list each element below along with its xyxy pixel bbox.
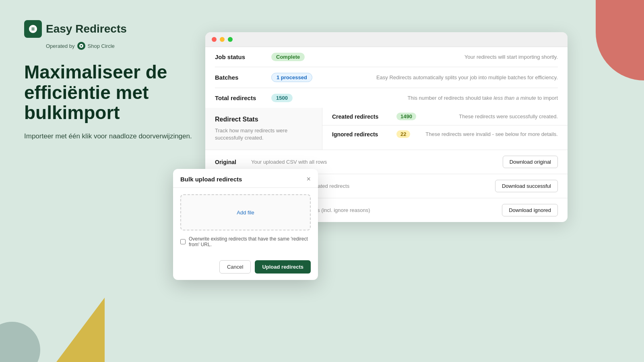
job-status-badge: Complete	[271, 53, 305, 61]
batches-label: Batches	[215, 74, 271, 81]
created-redirects-badge: 1490	[396, 113, 416, 120]
app-name: Easy Redirects	[46, 23, 127, 35]
top-section: Job status Complete Your redirects will …	[205, 47, 568, 108]
left-panel: Easy Redirects Operated by Shop Circle M…	[24, 20, 193, 141]
total-redirects-desc: This number of redirects should take les…	[407, 95, 558, 101]
svg-point-1	[80, 45, 82, 47]
modal-close-button[interactable]: ×	[306, 175, 311, 183]
ignored-redirects-badge: 22	[396, 130, 410, 138]
total-redirects-badge: 1500	[271, 94, 293, 102]
modal-title: Bulk upload redirects	[180, 176, 242, 183]
download-successful-button[interactable]: Download successful	[495, 180, 558, 192]
operated-by: Operated by Shop Circle	[46, 42, 193, 50]
sub-text: Importeer met één klik voor naadloze doo…	[24, 131, 193, 142]
decor-top-right	[596, 0, 644, 80]
batches-desc: Easy Redirects automatically splits your…	[376, 74, 558, 80]
bottom-section: Redirect Stats Track how many redirects …	[205, 108, 568, 150]
traffic-light-green[interactable]	[228, 37, 233, 42]
decor-bottom-yellow	[56, 298, 105, 362]
job-status-row: Job status Complete Your redirects will …	[215, 47, 558, 67]
modal-footer: Cancel Upload redirects	[173, 260, 318, 280]
download-original-desc: Your uploaded CSV with all rows	[251, 159, 503, 165]
cancel-button[interactable]: Cancel	[219, 260, 251, 274]
operated-by-text: Operated by	[46, 43, 75, 49]
stats-desc: Track how many redirects were successful…	[215, 127, 312, 142]
created-redirects-desc: These redirects were successfully create…	[459, 113, 558, 119]
ignored-redirects-label: Ignored redirects	[332, 131, 396, 138]
total-redirects-label: Total redirects	[215, 95, 271, 101]
created-redirects-label: Created redirects	[332, 113, 396, 120]
stats-left: Redirect Stats Track how many redirects …	[205, 108, 322, 150]
ignored-redirects-row: Ignored redirects 22 These redirects wer…	[322, 125, 568, 143]
stats-title: Redirect Stats	[215, 116, 312, 123]
download-original-type: Original	[215, 159, 251, 165]
batches-row: Batches 1 processed Easy Redirects autom…	[215, 67, 558, 88]
app-logo-icon	[24, 20, 42, 38]
add-file-link[interactable]: Add file	[237, 210, 254, 216]
main-heading: Maximaliseer de efficiëntie met bulkimpo…	[24, 62, 193, 123]
checkbox-row: Overwrite existing redirects that have t…	[180, 236, 311, 247]
file-drop-zone[interactable]: Add file	[180, 194, 311, 230]
created-redirects-row: Created redirects 1490 These redirects w…	[322, 108, 568, 125]
ignored-redirects-desc: These redirects were invalid - see below…	[425, 131, 558, 137]
download-original-button[interactable]: Download original	[503, 156, 558, 168]
traffic-light-yellow[interactable]	[220, 37, 225, 42]
job-status-desc: Your redirects will start importing shor…	[464, 54, 558, 60]
job-status-label: Job status	[215, 53, 271, 60]
stats-right: Created redirects 1490 These redirects w…	[322, 108, 568, 150]
overwrite-checkbox[interactable]	[180, 239, 186, 245]
bulk-upload-modal: Bulk upload redirects × Add file Overwri…	[173, 169, 318, 280]
company-name: Shop Circle	[88, 43, 115, 49]
window-titlebar	[205, 32, 568, 47]
upload-redirects-button[interactable]: Upload redirects	[255, 260, 311, 274]
modal-body: Add file Overwrite existing redirects th…	[173, 188, 318, 260]
checkbox-label: Overwrite existing redirects that have t…	[189, 236, 311, 247]
batches-badge: 1 processed	[271, 73, 312, 82]
decor-bottom-left-circle	[0, 322, 40, 362]
traffic-light-red[interactable]	[212, 37, 217, 42]
download-ignored-button[interactable]: Download ignored	[502, 204, 558, 216]
logo-area: Easy Redirects	[24, 20, 193, 38]
modal-header: Bulk upload redirects ×	[173, 169, 318, 188]
total-redirects-row: Total redirects 1500 This number of redi…	[215, 88, 558, 108]
shop-circle-icon	[77, 42, 85, 50]
